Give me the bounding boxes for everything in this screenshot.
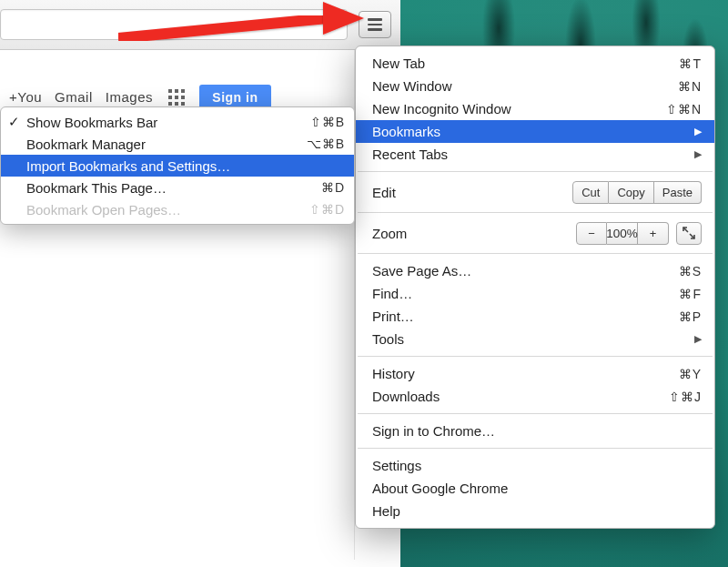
submenu-item-show-bookmarks-bar[interactable]: ✓ Show Bookmarks Bar ⇧⌘B [1, 111, 354, 133]
menu-separator [358, 212, 713, 213]
menu-item-label: Bookmarks [372, 124, 689, 139]
menu-item-label: Bookmark Open Pages… [26, 202, 309, 218]
submenu-item-bookmark-this-page[interactable]: Bookmark This Page… ⌘D [1, 177, 354, 198]
svg-rect-6 [168, 102, 172, 106]
paste-button[interactable]: Paste [654, 181, 702, 204]
menu-item-new-tab[interactable]: New Tab ⌘T [356, 52, 714, 75]
menu-item-label: About Google Chrome [372, 481, 702, 496]
shortcut-label: ⌘D [321, 180, 345, 195]
submenu-item-import-bookmarks[interactable]: Import Bookmarks and Settings… [1, 155, 354, 177]
fullscreen-icon [682, 227, 695, 239]
menu-item-label: Recent Tabs [372, 147, 689, 162]
svg-rect-2 [181, 89, 185, 93]
menu-item-label: Downloads [372, 389, 669, 404]
fullscreen-button[interactable] [676, 222, 702, 245]
menu-item-find[interactable]: Find… ⌘F [356, 282, 714, 305]
nav-link-gmail[interactable]: Gmail [55, 89, 93, 105]
zoom-level: 100% [607, 222, 638, 245]
submenu-item-bookmark-manager[interactable]: Bookmark Manager ⌥⌘B [1, 133, 354, 155]
menu-item-label: History [372, 366, 679, 381]
shortcut-label: ⌥⌘B [307, 137, 345, 151]
check-icon: ✓ [8, 114, 20, 130]
menu-separator [358, 448, 713, 449]
menu-separator [358, 356, 713, 357]
submenu-arrow-icon: ▶ [694, 126, 702, 137]
menu-item-new-window[interactable]: New Window ⌘N [356, 75, 714, 97]
menu-item-downloads[interactable]: Downloads ⇧⌘J [356, 385, 714, 408]
svg-rect-5 [181, 96, 185, 99]
svg-rect-0 [168, 89, 172, 93]
cut-button[interactable]: Cut [572, 181, 609, 204]
menu-item-tools[interactable]: Tools ▶ [356, 328, 714, 350]
address-bar[interactable] [0, 9, 348, 40]
menu-item-save-page[interactable]: Save Page As… ⌘S [356, 259, 714, 282]
chrome-menu-button[interactable] [359, 11, 391, 38]
svg-rect-7 [175, 102, 178, 106]
menu-item-label: Find… [372, 286, 679, 301]
menu-item-signin-chrome[interactable]: Sign in to Chrome… [356, 420, 714, 442]
zoom-in-button[interactable]: + [638, 222, 669, 245]
browser-toolbar [0, 0, 400, 50]
menu-separator [358, 171, 713, 172]
nav-link-you[interactable]: +You [9, 89, 42, 105]
shortcut-label: ⌘Y [679, 367, 702, 381]
menu-item-label: New Window [372, 78, 678, 94]
menu-item-label: New Incognito Window [372, 101, 666, 116]
shortcut-label: ⌘P [679, 309, 702, 324]
menu-item-label: Tools [372, 331, 689, 347]
shortcut-label: ⇧⌘D [309, 202, 345, 217]
menu-row-edit: Edit Cut Copy Paste [356, 177, 714, 207]
svg-rect-4 [175, 96, 178, 99]
hamburger-icon [368, 18, 382, 31]
shortcut-label: ⌘F [679, 287, 702, 301]
bookmarks-submenu: ✓ Show Bookmarks Bar ⇧⌘B Bookmark Manage… [0, 106, 355, 225]
menu-item-recent-tabs[interactable]: Recent Tabs ▶ [356, 143, 714, 166]
svg-rect-8 [181, 102, 185, 106]
menu-row-zoom: Zoom − 100% + [356, 218, 714, 248]
menu-separator [358, 413, 713, 414]
menu-item-label: Show Bookmarks Bar [26, 115, 310, 130]
menu-item-print[interactable]: Print… ⌘P [356, 305, 714, 328]
menu-item-label: Zoom [372, 226, 576, 241]
menu-item-history[interactable]: History ⌘Y [356, 362, 714, 385]
menu-item-help[interactable]: Help [356, 500, 714, 522]
menu-item-label: Settings [372, 458, 702, 473]
apps-grid-icon[interactable] [168, 89, 185, 108]
shortcut-label: ⌘S [679, 264, 702, 278]
nav-link-images[interactable]: Images [106, 89, 153, 105]
zoom-out-button[interactable]: − [576, 222, 607, 245]
menu-item-new-incognito[interactable]: New Incognito Window ⇧⌘N [356, 97, 714, 120]
menu-item-label: Save Page As… [372, 263, 679, 278]
menu-item-about[interactable]: About Google Chrome [356, 477, 714, 500]
edit-button-group: Cut Copy Paste [572, 181, 702, 204]
submenu-item-bookmark-open-pages: Bookmark Open Pages… ⇧⌘D [1, 198, 354, 220]
menu-item-label: New Tab [372, 56, 679, 71]
menu-item-label: Edit [372, 185, 572, 200]
menu-item-label: Import Bookmarks and Settings… [26, 158, 345, 174]
bookmark-star-icon[interactable] [323, 15, 339, 35]
menu-item-label: Help [372, 503, 702, 519]
menu-item-label: Bookmark This Page… [26, 180, 321, 196]
menu-separator [358, 253, 713, 254]
shortcut-label: ⇧⌘B [310, 115, 345, 129]
svg-rect-3 [168, 96, 172, 99]
shortcut-label: ⇧⌘N [666, 102, 702, 116]
shortcut-label: ⌘N [678, 79, 702, 94]
submenu-arrow-icon: ▶ [694, 333, 702, 345]
menu-item-settings[interactable]: Settings [356, 454, 714, 477]
submenu-arrow-icon: ▶ [694, 148, 702, 160]
copy-button[interactable]: Copy [609, 181, 653, 204]
shortcut-label: ⇧⌘J [669, 390, 702, 404]
svg-rect-1 [175, 89, 178, 93]
menu-item-label: Bookmark Manager [26, 137, 307, 152]
zoom-button-group: − 100% + [576, 222, 669, 245]
menu-item-label: Print… [372, 309, 679, 324]
menu-item-label: Sign in to Chrome… [372, 423, 702, 439]
shortcut-label: ⌘T [679, 56, 702, 71]
menu-item-bookmarks[interactable]: Bookmarks ▶ [356, 120, 714, 143]
chrome-main-menu: New Tab ⌘T New Window ⌘N New Incognito W… [355, 46, 715, 529]
